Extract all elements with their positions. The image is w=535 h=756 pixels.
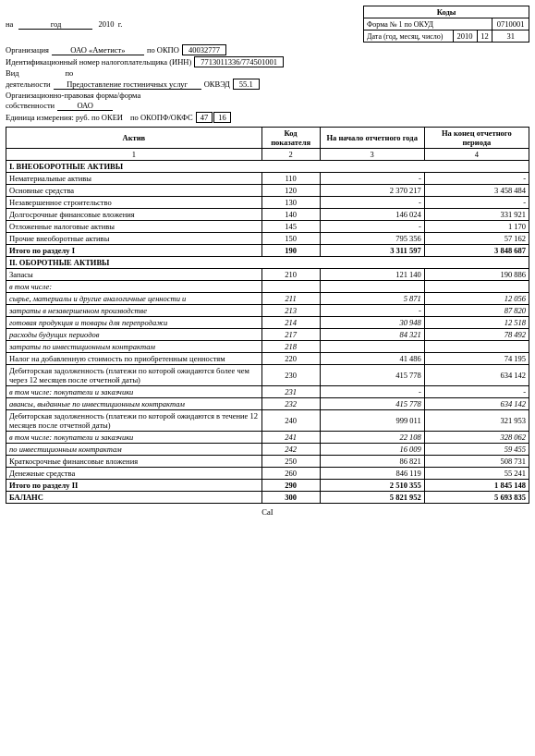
- org-row: Организация ОАО «Аметист» по ОКПО 400327…: [6, 44, 529, 55]
- row-kod: 250: [261, 456, 320, 468]
- header-right-codes: Коды Форма № 1 по ОКУД 0710001 Дата (год…: [363, 6, 529, 43]
- row-konets: 74 195: [424, 353, 529, 365]
- row-kod: 241: [261, 432, 320, 444]
- org-value: ОАО «Аметист»: [52, 45, 144, 55]
- table-header-row: Актив Код показателя На начало отчетного…: [6, 128, 529, 149]
- row-name: Краткосрочные финансовые вложения: [6, 456, 262, 468]
- row-name: Дебиторская задолженность (платежи по ко…: [6, 410, 262, 432]
- row-name: затраты в незавершенном производстве: [6, 305, 262, 317]
- row-kod: 150: [261, 233, 320, 245]
- table-row: сырье, материалы и другие аналогичные це…: [6, 293, 529, 305]
- table-row: I. ВНЕОБОРОТНЫЕ АКТИВЫ: [6, 161, 529, 173]
- row-name: Нематериальные активы: [6, 173, 262, 185]
- row-nach: 846 119: [320, 468, 424, 480]
- row-kod: 110: [261, 173, 320, 185]
- edinitsa-row: Единица измерения: руб. по ОКЕИ по ОКОПФ…: [6, 112, 529, 123]
- row-nach: -: [320, 197, 424, 209]
- kod-label: Код показателя: [271, 128, 310, 147]
- row-name: расходы будущих периодов: [6, 329, 262, 341]
- cal-label: CaI: [261, 507, 273, 517]
- row-name: Итого по разделу II: [6, 480, 262, 492]
- org-label: Организация: [6, 45, 49, 55]
- g-label: г.: [118, 19, 123, 29]
- row-name: в том числе:: [6, 281, 262, 293]
- row-konets: 1 170: [424, 221, 529, 233]
- table-row: БАЛАНС3005 821 9525 693 835: [6, 492, 529, 504]
- konets-label: На конец отчетного периода: [442, 128, 512, 147]
- row-kod: 220: [261, 353, 320, 365]
- po-okpo-label: по ОКПО: [147, 45, 179, 55]
- codes-table: Коды Форма № 1 по ОКУД 0710001 Дата (год…: [363, 6, 529, 43]
- num-4: 4: [424, 149, 529, 161]
- row-nach: 415 778: [320, 398, 424, 410]
- row-konets: 87 820: [424, 305, 529, 317]
- table-row: Отложенные налоговые активы145-1 170: [6, 221, 529, 233]
- sobstvennosti-label: собственности: [6, 101, 55, 110]
- row-name: Итого по разделу I: [6, 245, 262, 257]
- okopf-value: 47: [196, 112, 213, 123]
- row-kod: 231: [261, 386, 320, 398]
- deyatelnosti-label: деятельности: [6, 79, 51, 89]
- table-row: Итого по разделу I1903 311 5973 848 687: [6, 245, 529, 257]
- table-row: Дебиторская задолженность (платежи по ко…: [6, 365, 529, 386]
- table-row: затраты в незавершенном производстве213-…: [6, 305, 529, 317]
- row-nach: 30 948: [320, 317, 424, 329]
- table-row: Незавершенное строительство130--: [6, 197, 529, 209]
- okpo-value: 40032777: [182, 44, 226, 55]
- row-nach: 16 009: [320, 444, 424, 456]
- header-kod: Код показателя: [261, 128, 320, 149]
- header-section: на год 2010 г. Коды Форма № 1 по ОКУД 07…: [6, 6, 529, 123]
- okved-value: 55.1: [233, 79, 260, 90]
- row-kod: 218: [261, 341, 320, 353]
- inn-row: Идентификационный номер налогоплательщик…: [6, 56, 529, 67]
- table-row: Запасы210121 140190 886: [6, 269, 529, 281]
- row-name: затраты по инвестиционным контрактам: [6, 341, 262, 353]
- num-3: 3: [320, 149, 424, 161]
- table-row: в том числе:: [6, 281, 529, 293]
- num-1: 1: [6, 149, 262, 161]
- row-konets: 190 886: [424, 269, 529, 281]
- row-nach: 795 356: [320, 233, 424, 245]
- table-row: Денежные средства260846 11955 241: [6, 468, 529, 480]
- org-form-value: ОАО: [57, 101, 113, 111]
- row-konets: 3 848 687: [424, 245, 529, 257]
- row-kod: 300: [261, 492, 320, 504]
- row-konets: 331 921: [424, 209, 529, 221]
- table-row: Прочие внеоборотные активы150795 35657 1…: [6, 233, 529, 245]
- table-row: Итого по разделу II2902 510 3551 845 148: [6, 480, 529, 492]
- table-row: по инвестиционным контрактам24216 00959 …: [6, 444, 529, 456]
- po-label: по: [66, 68, 74, 78]
- table-row: расходы будущих периодов21784 32178 492: [6, 329, 529, 341]
- row-konets: [424, 281, 529, 293]
- row-kod: 140: [261, 209, 320, 221]
- row-name: авансы, выданные по инвестиционным контр…: [6, 398, 262, 410]
- row-nach: -: [320, 386, 424, 398]
- org-prav-label: Организационно-правовая форма/форма: [6, 91, 140, 100]
- row-konets: 59 455: [424, 444, 529, 456]
- deyatelnosti-value: Предоставление гостиничных услуг: [54, 79, 201, 90]
- row-konets: 634 142: [424, 398, 529, 410]
- row-nach: -: [320, 305, 424, 317]
- inn-label: Идентификационный номер налогоплательщик…: [6, 57, 191, 67]
- row-konets: 321 953: [424, 410, 529, 432]
- row-name: Налог на добавленную стоимость по приобр…: [6, 353, 262, 365]
- okved-label: ОКВЭД: [204, 79, 230, 89]
- row-nach: [320, 281, 424, 293]
- table-row: Долгосрочные финансовые вложения140146 0…: [6, 209, 529, 221]
- row-nach: 5 871: [320, 293, 424, 305]
- table-row: в том числе: покупатели и заказчики231--: [6, 386, 529, 398]
- row-konets: -: [424, 386, 529, 398]
- row-kod: 242: [261, 444, 320, 456]
- vid-label: Вид: [6, 68, 19, 78]
- year-underline: год: [18, 19, 92, 30]
- table-row: в том числе: покупатели и заказчики24122…: [6, 432, 529, 444]
- info-section: Организация ОАО «Аметист» по ОКПО 400327…: [6, 44, 529, 123]
- table-num-row: 1 2 3 4: [6, 149, 529, 161]
- row-name: Отложенные налоговые активы: [6, 221, 262, 233]
- row-konets: -: [424, 173, 529, 185]
- row-nach: [320, 341, 424, 353]
- row-nach: 3 311 597: [320, 245, 424, 257]
- table-row: Основные средства1202 370 2173 458 484: [6, 185, 529, 197]
- row-nach: 84 321: [320, 329, 424, 341]
- row-nach: -: [320, 173, 424, 185]
